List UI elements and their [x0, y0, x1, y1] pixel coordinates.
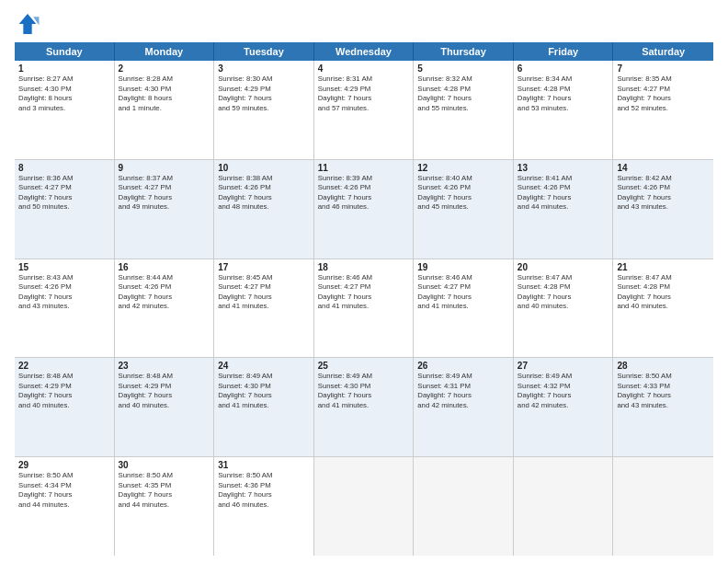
- calendar-cell: 1Sunrise: 8:27 AMSunset: 4:30 PMDaylight…: [15, 61, 115, 159]
- calendar-row: 22Sunrise: 8:48 AMSunset: 4:29 PMDayligh…: [15, 358, 713, 457]
- calendar-cell: [314, 457, 415, 556]
- svg-marker-1: [33, 17, 39, 25]
- cell-text: Sunrise: 8:47 AMSunset: 4:28 PMDaylight:…: [518, 273, 609, 312]
- calendar-cell: 6Sunrise: 8:34 AMSunset: 4:28 PMDaylight…: [514, 61, 614, 159]
- calendar-cell: 26Sunrise: 8:49 AMSunset: 4:31 PMDayligh…: [414, 358, 514, 456]
- day-number: 1: [18, 63, 110, 74]
- cell-text: Sunrise: 8:49 AMSunset: 4:30 PMDaylight:…: [318, 372, 410, 410]
- cell-text: Sunrise: 8:50 AMSunset: 4:36 PMDaylight:…: [218, 471, 310, 510]
- logo-icon: [15, 11, 40, 37]
- calendar-cell: 14Sunrise: 8:42 AMSunset: 4:26 PMDayligh…: [613, 160, 713, 259]
- cell-text: Sunrise: 8:49 AMSunset: 4:32 PMDaylight:…: [518, 372, 609, 410]
- day-number: 12: [417, 163, 509, 173]
- day-number: 14: [617, 163, 710, 173]
- cell-text: Sunrise: 8:50 AMSunset: 4:34 PMDaylight:…: [18, 471, 110, 510]
- cell-text: Sunrise: 8:40 AMSunset: 4:26 PMDaylight:…: [417, 174, 509, 213]
- calendar-header-cell: Thursday: [414, 42, 514, 61]
- calendar-body: 1Sunrise: 8:27 AMSunset: 4:30 PMDaylight…: [15, 61, 713, 556]
- day-number: 19: [417, 262, 509, 272]
- calendar-cell: 2Sunrise: 8:28 AMSunset: 4:30 PMDaylight…: [115, 61, 215, 159]
- calendar-cell: [613, 457, 713, 556]
- calendar-cell: 21Sunrise: 8:47 AMSunset: 4:28 PMDayligh…: [613, 259, 713, 358]
- cell-text: Sunrise: 8:49 AMSunset: 4:30 PMDaylight:…: [218, 372, 310, 410]
- day-number: 4: [318, 63, 410, 74]
- calendar-header-cell: Friday: [514, 42, 614, 61]
- cell-text: Sunrise: 8:44 AMSunset: 4:26 PMDaylight:…: [119, 273, 210, 312]
- day-number: 13: [518, 163, 609, 173]
- day-number: 22: [18, 361, 110, 371]
- day-number: 20: [518, 262, 609, 272]
- day-number: 16: [119, 262, 210, 272]
- calendar-cell: 28Sunrise: 8:50 AMSunset: 4:33 PMDayligh…: [613, 358, 713, 456]
- calendar-cell: 13Sunrise: 8:41 AMSunset: 4:26 PMDayligh…: [514, 160, 614, 259]
- calendar-header-cell: Sunday: [15, 42, 115, 61]
- day-number: 17: [218, 262, 310, 272]
- calendar-header-cell: Wednesday: [314, 42, 415, 61]
- day-number: 25: [318, 361, 410, 371]
- cell-text: Sunrise: 8:48 AMSunset: 4:29 PMDaylight:…: [18, 372, 110, 410]
- header: [15, 11, 713, 37]
- calendar-cell: 20Sunrise: 8:47 AMSunset: 4:28 PMDayligh…: [514, 259, 614, 358]
- calendar-cell: 19Sunrise: 8:46 AMSunset: 4:27 PMDayligh…: [414, 259, 514, 358]
- day-number: 28: [617, 361, 710, 371]
- cell-text: Sunrise: 8:27 AMSunset: 4:30 PMDaylight:…: [18, 75, 110, 113]
- day-number: 15: [18, 262, 110, 272]
- day-number: 8: [18, 163, 110, 173]
- calendar-cell: 23Sunrise: 8:48 AMSunset: 4:29 PMDayligh…: [115, 358, 215, 456]
- calendar-cell: 15Sunrise: 8:43 AMSunset: 4:26 PMDayligh…: [15, 259, 115, 358]
- cell-text: Sunrise: 8:35 AMSunset: 4:27 PMDaylight:…: [617, 75, 710, 113]
- cell-text: Sunrise: 8:32 AMSunset: 4:28 PMDaylight:…: [417, 75, 509, 113]
- calendar-row: 29Sunrise: 8:50 AMSunset: 4:34 PMDayligh…: [15, 457, 713, 556]
- cell-text: Sunrise: 8:39 AMSunset: 4:26 PMDaylight:…: [318, 174, 410, 213]
- calendar-header-cell: Monday: [115, 42, 215, 61]
- calendar-cell: 31Sunrise: 8:50 AMSunset: 4:36 PMDayligh…: [214, 457, 314, 556]
- cell-text: Sunrise: 8:28 AMSunset: 4:30 PMDaylight:…: [119, 75, 210, 113]
- calendar-header-cell: Saturday: [613, 42, 713, 61]
- calendar-cell: [514, 457, 614, 556]
- cell-text: Sunrise: 8:47 AMSunset: 4:28 PMDaylight:…: [617, 273, 710, 312]
- calendar-cell: 16Sunrise: 8:44 AMSunset: 4:26 PMDayligh…: [115, 259, 215, 358]
- day-number: 5: [417, 63, 509, 74]
- calendar-cell: 17Sunrise: 8:45 AMSunset: 4:27 PMDayligh…: [214, 259, 314, 358]
- cell-text: Sunrise: 8:37 AMSunset: 4:27 PMDaylight:…: [119, 174, 210, 213]
- day-number: 26: [417, 361, 509, 371]
- calendar-cell: 24Sunrise: 8:49 AMSunset: 4:30 PMDayligh…: [214, 358, 314, 456]
- calendar-header: SundayMondayTuesdayWednesdayThursdayFrid…: [15, 42, 713, 61]
- cell-text: Sunrise: 8:46 AMSunset: 4:27 PMDaylight:…: [417, 273, 509, 312]
- cell-text: Sunrise: 8:50 AMSunset: 4:33 PMDaylight:…: [617, 372, 710, 410]
- cell-text: Sunrise: 8:34 AMSunset: 4:28 PMDaylight:…: [518, 75, 609, 113]
- cell-text: Sunrise: 8:46 AMSunset: 4:27 PMDaylight:…: [318, 273, 410, 312]
- cell-text: Sunrise: 8:42 AMSunset: 4:26 PMDaylight:…: [617, 174, 710, 213]
- day-number: 29: [18, 460, 110, 470]
- cell-text: Sunrise: 8:38 AMSunset: 4:26 PMDaylight:…: [218, 174, 310, 213]
- day-number: 2: [119, 63, 210, 74]
- cell-text: Sunrise: 8:43 AMSunset: 4:26 PMDaylight:…: [18, 273, 110, 312]
- day-number: 6: [518, 63, 609, 74]
- calendar-cell: 7Sunrise: 8:35 AMSunset: 4:27 PMDaylight…: [613, 61, 713, 159]
- day-number: 3: [218, 63, 310, 74]
- day-number: 24: [218, 361, 310, 371]
- day-number: 27: [518, 361, 609, 371]
- cell-text: Sunrise: 8:49 AMSunset: 4:31 PMDaylight:…: [417, 372, 509, 410]
- calendar-cell: 25Sunrise: 8:49 AMSunset: 4:30 PMDayligh…: [314, 358, 415, 456]
- day-number: 9: [119, 163, 210, 173]
- calendar-row: 15Sunrise: 8:43 AMSunset: 4:26 PMDayligh…: [15, 259, 713, 359]
- calendar-cell: [414, 457, 514, 556]
- day-number: 11: [318, 163, 410, 173]
- calendar-cell: 11Sunrise: 8:39 AMSunset: 4:26 PMDayligh…: [314, 160, 415, 259]
- day-number: 10: [218, 163, 310, 173]
- calendar-cell: 12Sunrise: 8:40 AMSunset: 4:26 PMDayligh…: [414, 160, 514, 259]
- calendar-cell: 18Sunrise: 8:46 AMSunset: 4:27 PMDayligh…: [314, 259, 415, 358]
- cell-text: Sunrise: 8:48 AMSunset: 4:29 PMDaylight:…: [119, 372, 210, 410]
- calendar-cell: 10Sunrise: 8:38 AMSunset: 4:26 PMDayligh…: [214, 160, 314, 259]
- day-number: 30: [119, 460, 210, 470]
- cell-text: Sunrise: 8:31 AMSunset: 4:29 PMDaylight:…: [318, 75, 410, 113]
- calendar-cell: 8Sunrise: 8:36 AMSunset: 4:27 PMDaylight…: [15, 160, 115, 259]
- logo: [15, 11, 42, 37]
- day-number: 31: [218, 460, 310, 470]
- calendar-row: 1Sunrise: 8:27 AMSunset: 4:30 PMDaylight…: [15, 61, 713, 160]
- calendar-cell: 30Sunrise: 8:50 AMSunset: 4:35 PMDayligh…: [115, 457, 215, 556]
- cell-text: Sunrise: 8:45 AMSunset: 4:27 PMDaylight:…: [218, 273, 310, 312]
- cell-text: Sunrise: 8:41 AMSunset: 4:26 PMDaylight:…: [518, 174, 609, 213]
- calendar-cell: 27Sunrise: 8:49 AMSunset: 4:32 PMDayligh…: [514, 358, 614, 456]
